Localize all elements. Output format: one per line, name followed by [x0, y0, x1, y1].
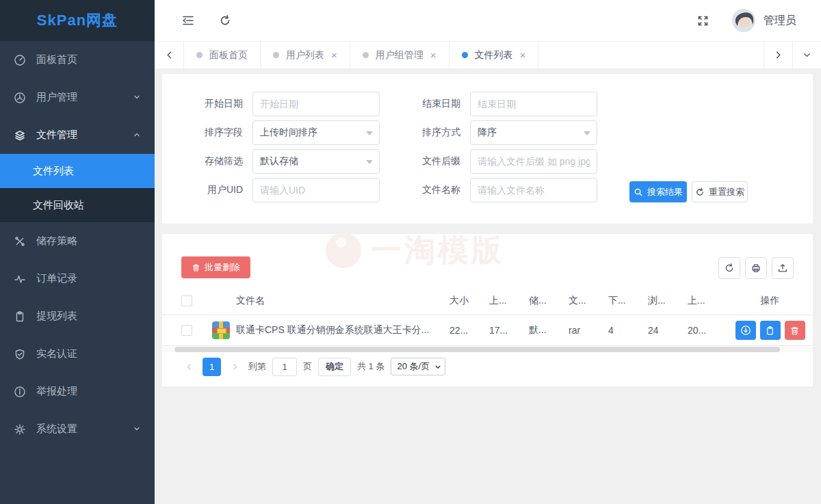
user-avatar[interactable]	[732, 9, 755, 32]
sidebar-item-label: 文件管理	[36, 129, 77, 142]
search-button[interactable]: 搜索结果	[629, 181, 687, 202]
tabs-scroll-right-icon[interactable]	[764, 42, 792, 68]
storage-filter-select[interactable]: 默认存储	[252, 149, 380, 174]
page-number-button[interactable]: 1	[203, 358, 221, 376]
col-storage: 储...	[529, 295, 569, 307]
sidebar-subitem-file-list[interactable]: 文件列表	[0, 154, 155, 188]
sidebar-item-user-management[interactable]: 用户管理	[0, 79, 155, 116]
filetype-cell: rar	[569, 325, 608, 336]
tab-file-list[interactable]: 文件列表 ×	[449, 42, 539, 68]
tab-label: 用户组管理	[376, 49, 423, 62]
tabbar: 面板首页 用户列表 × 用户组管理 × 文件列表 ×	[155, 41, 821, 68]
collapse-menu-icon[interactable]	[179, 12, 197, 29]
scrollbar-thumb[interactable]	[174, 347, 780, 352]
tab-dot-icon	[273, 52, 279, 58]
goto-confirm-button[interactable]: 确定	[318, 358, 351, 376]
close-icon[interactable]: ×	[331, 50, 337, 60]
uploader-cell: 17...	[489, 325, 529, 336]
copy-link-button[interactable]	[760, 321, 781, 340]
topbar-right: 管理员	[694, 9, 796, 32]
sort-order-select[interactable]: 降序	[470, 120, 597, 145]
tools-icon	[14, 235, 26, 248]
tab-dashboard[interactable]: 面板首页	[184, 42, 261, 68]
col-filename: 文件名	[203, 295, 265, 307]
reset-button-label: 重置搜索	[709, 186, 744, 198]
sidebar: SkPan网盘 面板首页 用户管理 文件管理	[0, 0, 155, 504]
tabbar-right-controls	[764, 42, 821, 68]
select-all-checkbox[interactable]	[181, 295, 192, 306]
caret-down-icon	[366, 160, 373, 164]
sort-field-select[interactable]: 上传时间排序	[252, 120, 380, 145]
username-label[interactable]: 管理员	[764, 14, 796, 28]
prev-page-icon[interactable]	[181, 358, 196, 375]
file-name-label: 文件名称	[415, 184, 460, 196]
col-uploader: 上...	[489, 295, 529, 307]
users-icon	[14, 92, 26, 104]
tabs-scroll-left-icon[interactable]	[155, 42, 183, 68]
sidebar-item-withdraw-list[interactable]: 提现列表	[0, 297, 155, 335]
batch-delete-label: 批量删除	[205, 261, 240, 274]
sidebar-subitem-label: 文件列表	[33, 165, 74, 178]
tab-label: 面板首页	[209, 49, 248, 62]
main-area: 管理员 面板首页 用户列表 × 用户组管理	[155, 0, 821, 504]
sidebar-item-file-management[interactable]: 文件管理	[0, 116, 155, 154]
sort-field-value: 上传时间排序	[260, 127, 317, 139]
file-ext-label: 文件后缀	[415, 155, 460, 168]
refresh-table-icon[interactable]	[718, 257, 740, 279]
close-icon[interactable]: ×	[520, 50, 526, 60]
sidebar-item-dashboard[interactable]: 面板首页	[0, 41, 155, 79]
total-count-label: 共 1 条	[357, 360, 385, 373]
caret-down-icon	[584, 131, 590, 135]
chevron-down-icon	[133, 423, 141, 435]
reset-search-button[interactable]: 重置搜索	[692, 181, 748, 202]
close-icon[interactable]: ×	[430, 50, 436, 60]
row-checkbox[interactable]	[181, 325, 192, 336]
size-cell: 22...	[449, 325, 489, 336]
tabs-menu-icon[interactable]	[792, 42, 821, 68]
user-uid-input[interactable]	[252, 178, 380, 202]
sidebar-subitem-file-recycle[interactable]: 文件回收站	[0, 188, 155, 222]
sidebar-item-label: 举报处理	[36, 385, 77, 398]
print-icon[interactable]	[745, 257, 767, 279]
file-ext-input[interactable]	[470, 149, 597, 174]
sidebar-item-system-settings[interactable]: 系统设置	[0, 410, 155, 448]
end-date-input[interactable]	[470, 92, 597, 116]
storage-filter-value: 默认存储	[260, 155, 298, 168]
info-circle-icon	[14, 386, 26, 398]
start-date-input[interactable]	[252, 92, 380, 116]
batch-delete-button[interactable]: 批量删除	[181, 256, 250, 278]
sidebar-item-label: 用户管理	[36, 91, 77, 104]
download-file-button[interactable]	[735, 321, 756, 340]
goto-prefix-label: 到第	[248, 360, 266, 373]
uploaded-cell: 20...	[688, 325, 727, 336]
delete-file-button[interactable]	[785, 321, 805, 340]
sidebar-item-storage-policy[interactable]: 储存策略	[0, 222, 155, 260]
tab-user-list[interactable]: 用户列表 ×	[261, 42, 350, 68]
fullscreen-icon[interactable]	[694, 12, 712, 29]
start-date-label: 开始日期	[198, 98, 243, 110]
file-name-input[interactable]	[470, 178, 597, 202]
refresh-page-icon[interactable]	[216, 12, 234, 29]
export-icon[interactable]	[772, 257, 794, 279]
pulse-icon	[14, 273, 26, 285]
table-toolbar	[718, 257, 794, 279]
col-filetype: 文...	[569, 295, 608, 307]
tab-list: 面板首页 用户列表 × 用户组管理 × 文件列表 ×	[183, 42, 538, 68]
rar-file-icon	[212, 321, 230, 339]
tab-user-group[interactable]: 用户组管理 ×	[350, 42, 449, 68]
sidebar-item-order-records[interactable]: 订单记录	[0, 260, 155, 297]
tab-dot-icon	[363, 52, 369, 58]
sidebar-item-report-handling[interactable]: 举报处理	[0, 373, 155, 410]
tab-label: 文件列表	[475, 49, 513, 62]
sidebar-subitem-label: 文件回收站	[33, 199, 84, 212]
page-size-select[interactable]: 20 条/页	[391, 358, 445, 375]
layers-icon	[14, 129, 26, 142]
views-cell: 24	[648, 325, 688, 336]
goto-suffix-label: 页	[303, 360, 312, 373]
end-date-label: 结束日期	[415, 98, 460, 110]
goto-page-input[interactable]	[272, 358, 297, 376]
next-page-icon[interactable]	[227, 358, 242, 375]
col-uploaded: 上...	[688, 295, 727, 307]
sidebar-item-realname-verify[interactable]: 实名认证	[0, 335, 155, 373]
sidebar-item-label: 订单记录	[36, 272, 77, 285]
